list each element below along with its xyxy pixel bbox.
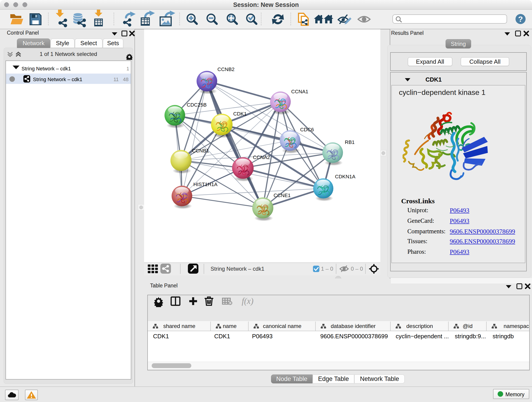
svg-text:String Network – cdk1: String Network – cdk1 (210, 266, 264, 272)
svg-text:f(x): f(x) (242, 296, 253, 306)
svg-text:CCNE1: CCNE1 (273, 192, 291, 198)
svg-text:HIST1H1A: HIST1H1A (193, 182, 217, 187)
svg-text:CDC25B: CDC25B (187, 102, 207, 108)
svg-text:1 – 0: 1 – 0 (321, 266, 333, 272)
svg-text:CCNB1: CCNB1 (192, 148, 209, 153)
svg-text:CDK1: CDK1 (233, 111, 247, 117)
svg-text:CDC6: CDC6 (300, 127, 314, 133)
svg-text:CCNB2: CCNB2 (217, 66, 234, 72)
svg-text:CCNA1: CCNA1 (291, 89, 308, 95)
svg-text:0 – 0: 0 – 0 (351, 266, 363, 272)
svg-text:CDKN1A: CDKN1A (335, 174, 355, 179)
svg-text:CCNA2: CCNA2 (253, 154, 270, 160)
svg-text:?: ? (518, 15, 523, 23)
svg-text:RB1: RB1 (345, 139, 355, 145)
